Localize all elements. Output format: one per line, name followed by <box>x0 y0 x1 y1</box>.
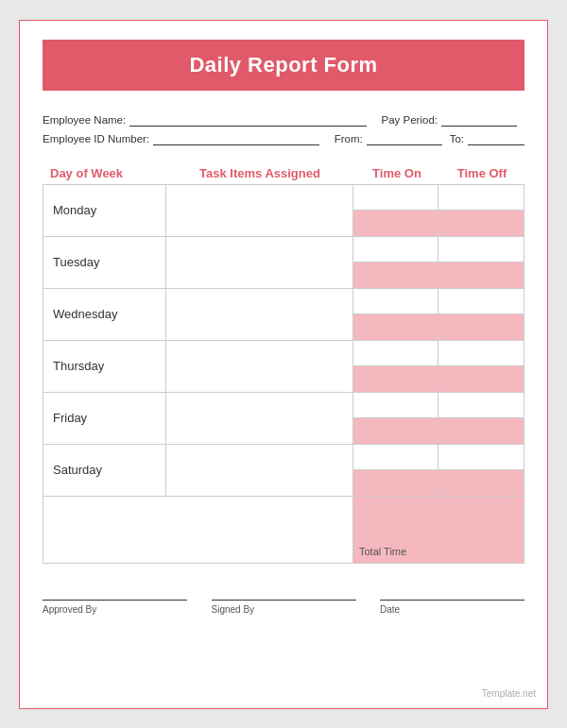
table-row: Saturday <box>43 445 524 497</box>
day-wednesday: Wednesday <box>43 289 166 340</box>
name-row: Employee Name: Pay Period: <box>43 113 524 127</box>
timeon-top-tuesday <box>353 237 438 262</box>
task-tuesday[interactable] <box>166 237 353 288</box>
signed-by-line <box>212 600 356 601</box>
timeon-bottom-saturday <box>353 470 438 496</box>
timeoff-bottom-friday <box>438 418 524 444</box>
timeoff-top-monday <box>438 185 524 211</box>
timeon-top-friday <box>353 393 438 418</box>
pay-period-input[interactable] <box>441 113 517 127</box>
to-label: To: <box>450 133 464 144</box>
day-thursday: Thursday <box>43 341 166 392</box>
timeoff-monday[interactable] <box>438 185 524 236</box>
timeon-bottom-friday <box>353 418 438 444</box>
timeoff-top-wednesday <box>438 289 524 314</box>
employee-id-label: Employee ID Number: <box>43 133 149 144</box>
form-title: Daily Report Form <box>52 53 515 77</box>
from-label: From: <box>335 133 363 144</box>
total-time-label: Total Time <box>359 546 406 557</box>
timeon-bottom-monday <box>353 211 438 236</box>
form-header: Daily Report Form <box>43 40 524 91</box>
timeoff-bottom-tuesday <box>438 262 524 288</box>
timeon-top-thursday <box>353 341 438 366</box>
timeoff-top-friday <box>438 393 524 418</box>
timeoff-bottom-saturday <box>438 470 524 496</box>
approved-by-section: Approved By <box>43 600 187 615</box>
timeon-top-saturday <box>353 445 438 470</box>
employee-name-label: Employee Name: <box>43 114 126 126</box>
total-time-area[interactable]: Total Time <box>353 497 524 563</box>
timeon-top-monday <box>353 185 438 211</box>
day-monday: Monday <box>43 185 166 236</box>
table-row: Monday <box>43 185 524 237</box>
day-friday: Friday <box>43 393 166 444</box>
task-friday[interactable] <box>166 393 353 444</box>
timeon-top-wednesday <box>353 289 438 314</box>
date-line <box>380 600 524 601</box>
signed-by-section: Signed By <box>212 600 356 615</box>
schedule-table: Day of Week Task Items Assigned Time On … <box>43 162 524 564</box>
total-row: Total Time <box>43 497 524 563</box>
task-monday[interactable] <box>166 185 353 236</box>
task-saturday[interactable] <box>166 445 353 496</box>
to-input[interactable] <box>468 132 524 145</box>
col-day-header: Day of Week <box>43 162 165 184</box>
timeoff-bottom-monday <box>438 211 524 236</box>
table-row: Thursday <box>43 341 524 393</box>
timeoff-bottom-wednesday <box>438 314 524 340</box>
timeon-monday[interactable] <box>353 185 438 236</box>
date-section: Date <box>380 600 524 615</box>
day-saturday: Saturday <box>43 445 166 496</box>
timeoff-friday[interactable] <box>438 393 524 444</box>
watermark: Template.net <box>482 688 536 699</box>
form-page: Daily Report Form Employee Name: Pay Per… <box>19 20 548 709</box>
from-input[interactable] <box>367 132 442 145</box>
table-row: Wednesday <box>43 289 524 341</box>
signed-by-label: Signed By <box>212 604 255 615</box>
date-label: Date <box>380 604 400 615</box>
timeoff-thursday[interactable] <box>438 341 524 392</box>
approved-by-line <box>43 600 187 601</box>
timeoff-top-saturday <box>438 445 524 470</box>
table-header-row: Day of Week Task Items Assigned Time On … <box>43 162 524 184</box>
timeoff-saturday[interactable] <box>438 445 524 496</box>
total-label-cell <box>43 497 353 563</box>
timeon-tuesday[interactable] <box>353 237 438 288</box>
employee-fields: Employee Name: Pay Period: Employee ID N… <box>43 113 524 145</box>
timeon-wednesday[interactable] <box>353 289 438 340</box>
table-row: Friday <box>43 393 524 445</box>
timeoff-wednesday[interactable] <box>438 289 524 340</box>
timeon-friday[interactable] <box>353 393 438 444</box>
timeon-saturday[interactable] <box>353 445 438 496</box>
timeon-thursday[interactable] <box>353 341 438 392</box>
timeon-bottom-wednesday <box>353 314 438 340</box>
col-task-header: Task Items Assigned <box>165 162 354 184</box>
pay-period-label: Pay Period: <box>382 114 438 126</box>
col-timeon-header: Time On <box>354 162 439 184</box>
timeoff-tuesday[interactable] <box>438 237 524 288</box>
table-body: Monday Tuesday <box>43 184 524 564</box>
timeoff-bottom-thursday <box>438 366 524 392</box>
form-footer: Approved By Signed By Date <box>43 592 524 615</box>
timeoff-top-tuesday <box>438 237 524 262</box>
timeoff-top-thursday <box>438 341 524 366</box>
approved-by-label: Approved By <box>43 604 96 615</box>
timeon-bottom-tuesday <box>353 262 438 288</box>
task-thursday[interactable] <box>166 341 353 392</box>
table-row: Tuesday <box>43 237 524 289</box>
employee-id-input[interactable] <box>153 132 319 145</box>
day-tuesday: Tuesday <box>43 237 166 288</box>
employee-name-input[interactable] <box>129 113 366 127</box>
timeon-bottom-thursday <box>353 366 438 392</box>
id-row: Employee ID Number: From: To: <box>43 132 524 145</box>
task-wednesday[interactable] <box>166 289 353 340</box>
col-timeoff-header: Time Off <box>439 162 524 184</box>
